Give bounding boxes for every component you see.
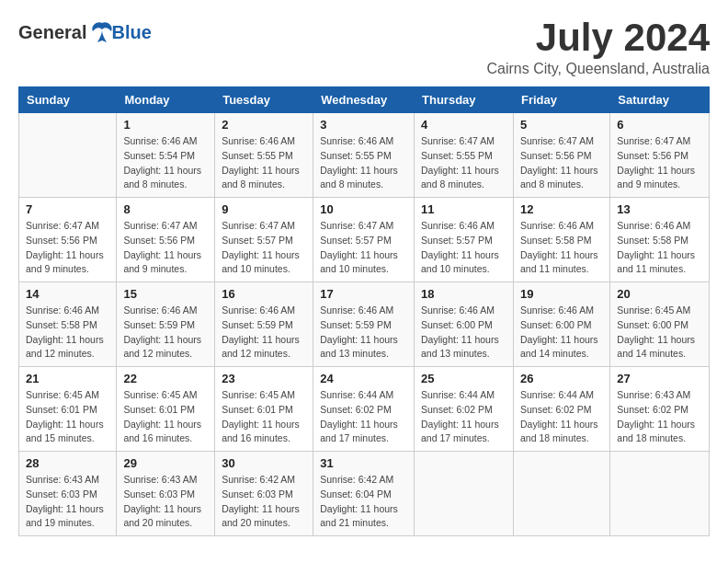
weekday-header-thursday: Thursday (415, 87, 514, 113)
day-info: Sunrise: 6:43 AMSunset: 6:02 PMDaylight:… (617, 388, 702, 446)
calendar-cell: 17Sunrise: 6:46 AMSunset: 5:59 PMDayligh… (313, 282, 415, 367)
calendar-cell: 30Sunrise: 6:42 AMSunset: 6:03 PMDayligh… (215, 452, 313, 536)
day-number: 8 (123, 202, 208, 216)
weekday-header-wednesday: Wednesday (313, 87, 415, 113)
day-info: Sunrise: 6:42 AMSunset: 6:03 PMDaylight:… (222, 473, 306, 531)
day-info: Sunrise: 6:47 AMSunset: 5:55 PMDaylight:… (421, 134, 506, 192)
day-info: Sunrise: 6:46 AMSunset: 5:58 PMDaylight:… (520, 219, 603, 277)
day-number: 4 (421, 118, 506, 132)
day-info: Sunrise: 6:46 AMSunset: 5:58 PMDaylight:… (617, 219, 702, 277)
calendar-table: SundayMondayTuesdayWednesdayThursdayFrid… (18, 86, 710, 536)
day-number: 14 (26, 287, 109, 301)
calendar-cell: 22Sunrise: 6:45 AMSunset: 6:01 PMDayligh… (117, 367, 215, 452)
day-number: 2 (222, 118, 306, 132)
day-info: Sunrise: 6:47 AMSunset: 5:56 PMDaylight:… (123, 219, 208, 277)
day-info: Sunrise: 6:46 AMSunset: 6:00 PMDaylight:… (421, 304, 506, 362)
day-info: Sunrise: 6:46 AMSunset: 5:59 PMDaylight:… (222, 304, 306, 362)
calendar-cell: 23Sunrise: 6:45 AMSunset: 6:01 PMDayligh… (215, 367, 313, 452)
calendar-cell: 14Sunrise: 6:46 AMSunset: 5:58 PMDayligh… (19, 282, 117, 367)
calendar-cell: 29Sunrise: 6:43 AMSunset: 6:03 PMDayligh… (117, 452, 215, 536)
day-info: Sunrise: 6:47 AMSunset: 5:57 PMDaylight:… (222, 219, 306, 277)
calendar-cell: 6Sunrise: 6:47 AMSunset: 5:56 PMDaylight… (610, 113, 710, 198)
weekday-header-saturday: Saturday (610, 87, 710, 113)
calendar-cell: 15Sunrise: 6:46 AMSunset: 5:59 PMDayligh… (117, 282, 215, 367)
weekday-header-tuesday: Tuesday (215, 87, 313, 113)
day-info: Sunrise: 6:43 AMSunset: 6:03 PMDaylight:… (123, 473, 208, 531)
day-number: 20 (617, 287, 702, 301)
calendar-cell (19, 113, 117, 198)
day-number: 31 (320, 456, 407, 470)
day-number: 7 (26, 202, 109, 216)
calendar-cell: 27Sunrise: 6:43 AMSunset: 6:02 PMDayligh… (610, 367, 710, 452)
weekday-header-sunday: Sunday (19, 87, 117, 113)
day-number: 6 (617, 118, 702, 132)
calendar-cell: 24Sunrise: 6:44 AMSunset: 6:02 PMDayligh… (313, 367, 415, 452)
day-info: Sunrise: 6:46 AMSunset: 6:00 PMDaylight:… (520, 304, 603, 362)
month-title: July 2024 (487, 18, 710, 57)
day-info: Sunrise: 6:44 AMSunset: 6:02 PMDaylight:… (520, 388, 603, 446)
calendar-cell: 25Sunrise: 6:44 AMSunset: 6:02 PMDayligh… (415, 367, 514, 452)
day-info: Sunrise: 6:46 AMSunset: 5:57 PMDaylight:… (421, 219, 506, 277)
calendar-cell: 20Sunrise: 6:45 AMSunset: 6:00 PMDayligh… (610, 282, 710, 367)
calendar-cell (415, 452, 514, 536)
calendar-cell: 8Sunrise: 6:47 AMSunset: 5:56 PMDaylight… (117, 198, 215, 282)
calendar-cell: 28Sunrise: 6:43 AMSunset: 6:03 PMDayligh… (19, 452, 117, 536)
day-number: 28 (26, 456, 109, 470)
day-number: 5 (520, 118, 603, 132)
day-info: Sunrise: 6:47 AMSunset: 5:56 PMDaylight:… (520, 134, 603, 192)
logo-blue: Blue (111, 22, 151, 43)
weekday-header-row: SundayMondayTuesdayWednesdayThursdayFrid… (19, 87, 710, 113)
day-info: Sunrise: 6:46 AMSunset: 5:55 PMDaylight:… (320, 134, 407, 192)
day-info: Sunrise: 6:45 AMSunset: 6:01 PMDaylight:… (222, 388, 306, 446)
day-number: 24 (320, 372, 407, 385)
day-info: Sunrise: 6:47 AMSunset: 5:56 PMDaylight:… (26, 219, 109, 277)
calendar-cell (513, 452, 609, 536)
calendar-cell (610, 452, 710, 536)
day-number: 12 (520, 202, 603, 216)
weekday-header-friday: Friday (513, 87, 609, 113)
day-number: 30 (222, 456, 306, 470)
day-info: Sunrise: 6:46 AMSunset: 5:58 PMDaylight:… (26, 304, 109, 362)
calendar-cell: 31Sunrise: 6:42 AMSunset: 6:04 PMDayligh… (313, 452, 415, 536)
day-number: 9 (222, 202, 306, 216)
day-number: 25 (421, 372, 506, 385)
day-number: 1 (123, 118, 208, 132)
calendar-cell: 7Sunrise: 6:47 AMSunset: 5:56 PMDaylight… (19, 198, 117, 282)
day-number: 27 (617, 372, 702, 385)
day-number: 21 (26, 372, 109, 385)
calendar-cell: 13Sunrise: 6:46 AMSunset: 5:58 PMDayligh… (610, 198, 710, 282)
day-info: Sunrise: 6:47 AMSunset: 5:56 PMDaylight:… (617, 134, 702, 192)
calendar-cell: 26Sunrise: 6:44 AMSunset: 6:02 PMDayligh… (513, 367, 609, 452)
day-number: 17 (320, 287, 407, 301)
calendar-week-row: 7Sunrise: 6:47 AMSunset: 5:56 PMDaylight… (19, 198, 710, 282)
day-number: 26 (520, 372, 603, 385)
calendar-week-row: 14Sunrise: 6:46 AMSunset: 5:58 PMDayligh… (19, 282, 710, 367)
day-info: Sunrise: 6:45 AMSunset: 6:01 PMDaylight:… (26, 388, 109, 446)
calendar-cell: 10Sunrise: 6:47 AMSunset: 5:57 PMDayligh… (313, 198, 415, 282)
calendar-cell: 16Sunrise: 6:46 AMSunset: 5:59 PMDayligh… (215, 282, 313, 367)
day-info: Sunrise: 6:44 AMSunset: 6:02 PMDaylight:… (320, 388, 407, 446)
location-title: Cairns City, Queensland, Australia (487, 61, 710, 77)
logo: General Blue (18, 18, 152, 46)
calendar-cell: 5Sunrise: 6:47 AMSunset: 5:56 PMDaylight… (513, 113, 609, 198)
day-info: Sunrise: 6:45 AMSunset: 6:01 PMDaylight:… (123, 388, 208, 446)
calendar-cell: 9Sunrise: 6:47 AMSunset: 5:57 PMDaylight… (215, 198, 313, 282)
day-number: 19 (520, 287, 603, 301)
day-info: Sunrise: 6:46 AMSunset: 5:54 PMDaylight:… (123, 134, 208, 192)
page-header: General Blue July 2024 Cairns City, Quee… (18, 18, 710, 77)
calendar-cell: 19Sunrise: 6:46 AMSunset: 6:00 PMDayligh… (513, 282, 609, 367)
day-info: Sunrise: 6:42 AMSunset: 6:04 PMDaylight:… (320, 473, 407, 531)
day-number: 11 (421, 202, 506, 216)
weekday-header-monday: Monday (117, 87, 215, 113)
calendar-week-row: 28Sunrise: 6:43 AMSunset: 6:03 PMDayligh… (19, 452, 710, 536)
day-number: 13 (617, 202, 702, 216)
calendar-cell: 21Sunrise: 6:45 AMSunset: 6:01 PMDayligh… (19, 367, 117, 452)
day-info: Sunrise: 6:46 AMSunset: 5:59 PMDaylight:… (320, 304, 407, 362)
day-info: Sunrise: 6:43 AMSunset: 6:03 PMDaylight:… (26, 473, 109, 531)
calendar-cell: 18Sunrise: 6:46 AMSunset: 6:00 PMDayligh… (415, 282, 514, 367)
day-info: Sunrise: 6:46 AMSunset: 5:59 PMDaylight:… (123, 304, 208, 362)
calendar-week-row: 1Sunrise: 6:46 AMSunset: 5:54 PMDaylight… (19, 113, 710, 198)
calendar-cell: 4Sunrise: 6:47 AMSunset: 5:55 PMDaylight… (415, 113, 514, 198)
title-block: July 2024 Cairns City, Queensland, Austr… (487, 18, 710, 77)
day-number: 22 (123, 372, 208, 385)
